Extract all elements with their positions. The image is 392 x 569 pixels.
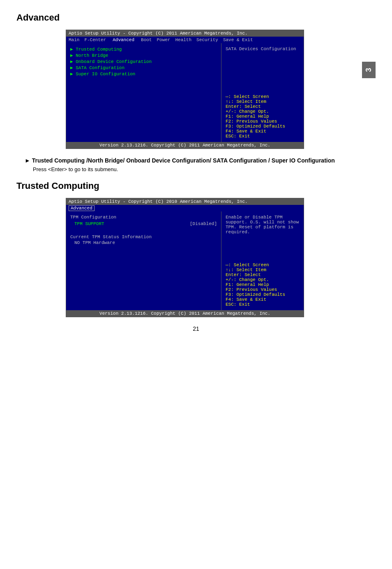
- menu-item-trusted[interactable]: ▶ Trusted Computing: [70, 46, 217, 52]
- key-select-screen-2: ↔: Select Screen: [226, 262, 300, 267]
- tpm-support-row[interactable]: TPM SUPPORT [Disabled]: [70, 221, 217, 226]
- menu-item-northbridge[interactable]: ▶ North Bridge: [70, 53, 217, 58]
- key-f1-2: F1: General Help: [226, 282, 300, 287]
- key-f2: F2: Previous Values: [226, 119, 300, 124]
- key-esc: ESC: Exit: [226, 134, 300, 139]
- page-wrapper: 3 Advanced Aptio Setup Utility - Copyrig…: [16, 12, 376, 332]
- nav-power: Power: [157, 37, 170, 42]
- key-f4-2: F4: Save & Exit: [226, 297, 300, 302]
- key-select-item: ↑↓: Select Item: [226, 99, 300, 104]
- key-esc-2: ESC: Exit: [226, 302, 300, 307]
- key-enter: Enter: Select: [226, 104, 300, 109]
- key-enter-2: Enter: Select: [226, 272, 300, 277]
- tpm-config-label: TPM Configuration: [70, 215, 217, 220]
- spacer-1: [70, 227, 217, 230]
- bios-left-2: TPM Configuration TPM SUPPORT [Disabled]…: [66, 211, 221, 310]
- chapter-tab: 3: [362, 62, 376, 78]
- current-tpm-status-label: Current TPM Status Information: [70, 235, 217, 239]
- bios-copyright-1: Aptio Setup Utility - Copyright (C) 2011…: [69, 31, 248, 36]
- advanced-title: Advanced: [16, 12, 376, 23]
- bios-footer-1: Version 2.13.1216. Copyright (C) 2011 Am…: [66, 142, 304, 149]
- key-f3: F3: Optimized Defaults: [226, 124, 300, 129]
- bios-help-1: SATA Devices Configuration: [226, 46, 300, 51]
- key-f1: F1: General Help: [226, 114, 300, 119]
- bios-help-2: Enable or Disable TPM support. O.S. will…: [226, 215, 300, 235]
- nav-security: Security: [196, 37, 218, 42]
- description-arrow: ►: [25, 157, 32, 164]
- key-f3-2: F3: Optimized Defaults: [226, 292, 300, 297]
- key-f4: F4: Save & Exit: [226, 129, 300, 134]
- no-tpm-hardware: NO TPM Hardware: [74, 240, 217, 245]
- bios-right-2: Enable or Disable TPM support. O.S. will…: [221, 211, 304, 310]
- key-f2-2: F2: Previous Values: [226, 287, 300, 292]
- nav-health: Health: [175, 37, 191, 42]
- description-text: Trusted Computing /North Bridge/ Onboard…: [32, 157, 335, 164]
- menu-item-sata[interactable]: ▶ SATA Configuration: [70, 65, 217, 70]
- nav-main: Main: [69, 37, 79, 42]
- bios-footer-2: Version 2.13.1216. Copyright (C) 2011 Am…: [66, 310, 304, 317]
- nav-advanced-highlight: Advanced: [111, 37, 136, 42]
- description-block-1: ► Trusted Computing /North Bridge/ Onboa…: [16, 157, 376, 172]
- description-sub: Press <Enter> to go to its submenu.: [33, 166, 376, 172]
- bios-nav-bar-2: Advanced: [66, 205, 304, 211]
- key-select-item-2: ↑↓: Select Item: [226, 267, 300, 272]
- bios-body-1: ▶ Trusted Computing ▶ North Bridge ▶ Onb…: [66, 43, 304, 142]
- page-number: 21: [16, 325, 376, 332]
- bios-copyright-2: Aptio Setup Utility - Copyright (C) 2010…: [69, 199, 248, 204]
- nav-save-exit: Save & Exit: [223, 37, 253, 42]
- nav-boot: Boot: [141, 37, 152, 42]
- bios-topbar-1: Aptio Setup Utility - Copyright (C) 2011…: [66, 30, 304, 37]
- bios-keys-2: ↔: Select Screen ↑↓: Select Item Enter: …: [226, 262, 300, 307]
- menu-item-superio[interactable]: ▶ Super IO Configuration: [70, 71, 217, 77]
- key-select-screen: ↔: Select Screen: [226, 94, 300, 99]
- nav-advanced-tc: Advanced: [69, 205, 95, 211]
- bios-screen-1: Aptio Setup Utility - Copyright (C) 2011…: [66, 30, 304, 149]
- tpm-support-label: TPM SUPPORT: [74, 221, 104, 226]
- nav-fcenter: F-Center: [84, 37, 106, 42]
- trusted-computing-title: Trusted Computing: [16, 181, 376, 191]
- bios-right-1: SATA Devices Configuration ↔: Select Scr…: [221, 43, 304, 142]
- bios-left-1: ▶ Trusted Computing ▶ North Bridge ▶ Onb…: [66, 43, 221, 142]
- bios-topbar-2: Aptio Setup Utility - Copyright (C) 2010…: [66, 198, 304, 205]
- menu-item-onboard[interactable]: ▶ Onboard Device Configuration: [70, 59, 217, 64]
- key-change-opt: +/-: Change Opt.: [226, 109, 300, 114]
- tpm-support-value: [Disabled]: [190, 221, 217, 226]
- bios-keys-1: ↔: Select Screen ↑↓: Select Item Enter: …: [226, 94, 300, 139]
- bios-nav-bar-1: Main F-Center Advanced Boot Power Health…: [66, 37, 304, 43]
- description-main: ► Trusted Computing /North Bridge/ Onboa…: [25, 157, 376, 164]
- bios-body-2: TPM Configuration TPM SUPPORT [Disabled]…: [66, 211, 304, 310]
- key-change-opt-2: +/-: Change Opt.: [226, 277, 300, 282]
- bios-screen-2: Aptio Setup Utility - Copyright (C) 2010…: [66, 198, 304, 317]
